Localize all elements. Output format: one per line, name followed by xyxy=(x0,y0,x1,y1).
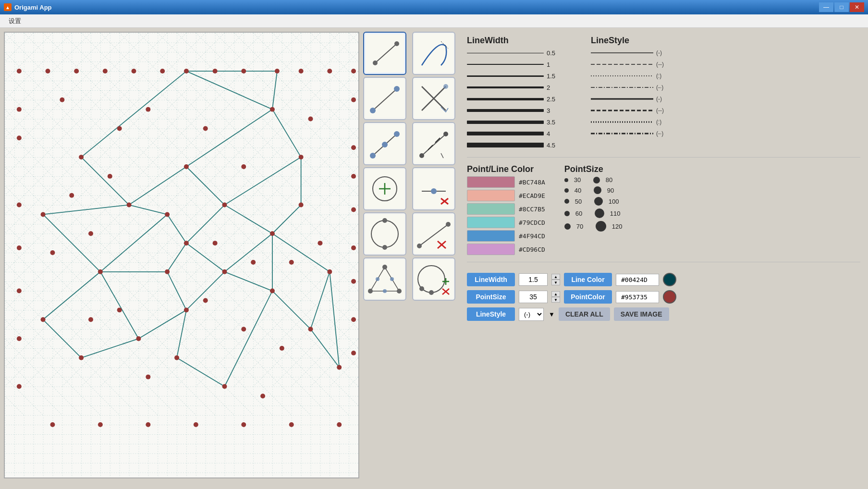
linestyle-title: LineStyle xyxy=(591,36,664,46)
canvas-area[interactable] xyxy=(4,32,359,478)
linewidth-title: LineWidth xyxy=(467,36,562,46)
color-row-2: #8CC7B5 xyxy=(467,203,545,215)
clear-all-button[interactable]: CLEAR ALL xyxy=(559,307,610,321)
menu-settings[interactable]: 设置 xyxy=(4,15,26,27)
ctrl-row-2: PointSize ▲ ▼ PointColor #953735 xyxy=(467,290,860,304)
minimize-button[interactable]: — xyxy=(819,2,833,12)
svg-point-120 xyxy=(79,155,84,159)
svg-point-228 xyxy=(431,188,437,194)
lw-row-4: 4 xyxy=(467,128,562,139)
pointsize-down[interactable]: ▼ xyxy=(551,297,560,303)
svg-point-184 xyxy=(308,117,313,122)
lw-label-1: 1 xyxy=(547,61,562,68)
color-swatch-3[interactable] xyxy=(467,217,515,228)
svg-point-210 xyxy=(443,84,448,89)
svg-point-182 xyxy=(203,126,208,131)
tool-button-4[interactable] xyxy=(412,77,455,120)
svg-point-206 xyxy=(394,86,400,92)
lw-label-0.5: 0.5 xyxy=(547,49,562,57)
ls-label-dashed2: (--) xyxy=(656,107,664,114)
tool-button-1[interactable] xyxy=(363,32,406,75)
tool-button-12[interactable] xyxy=(412,257,455,301)
svg-point-215 xyxy=(394,131,400,137)
svg-point-119 xyxy=(270,107,275,112)
tool-button-9[interactable] xyxy=(363,212,406,256)
svg-point-117 xyxy=(184,69,189,73)
ps-label-80: 80 xyxy=(606,176,619,183)
svg-point-127 xyxy=(299,203,304,208)
tool-button-7[interactable] xyxy=(363,167,406,210)
svg-point-167 xyxy=(17,336,22,341)
linewidth-section: LineWidth 0.5 1 1.5 xyxy=(467,36,562,150)
ps-dot-30 xyxy=(564,178,568,182)
lw-line-4.5 xyxy=(467,143,544,147)
pointsize-button[interactable]: PointSize xyxy=(467,290,515,304)
svg-point-177 xyxy=(117,126,122,131)
ls-label-solid2: (-) xyxy=(656,96,662,102)
tool-button-3[interactable] xyxy=(363,77,406,120)
lw-row-3.5: 3.5 xyxy=(467,117,562,127)
pointsize-up[interactable]: ▲ xyxy=(551,291,560,297)
maximize-button[interactable]: □ xyxy=(834,2,849,12)
tool-button-8[interactable] xyxy=(412,167,455,210)
svg-point-154 xyxy=(351,98,356,102)
ps-row-2: 50 100 xyxy=(564,197,625,206)
svg-point-200 xyxy=(394,41,399,46)
tool-button-6[interactable] xyxy=(412,122,455,165)
ps-dot-80 xyxy=(593,177,600,183)
svg-point-130 xyxy=(222,269,227,274)
svg-point-195 xyxy=(146,375,150,379)
svg-point-162 xyxy=(17,107,22,112)
svg-point-185 xyxy=(88,231,93,236)
lw-label-4: 4 xyxy=(547,130,562,137)
color-swatch-1[interactable] xyxy=(467,190,515,201)
ps-label-30: 30 xyxy=(574,176,587,183)
svg-point-248 xyxy=(383,289,387,293)
point-color-circle[interactable] xyxy=(663,290,676,304)
linewidth-down[interactable]: ▼ xyxy=(551,280,560,285)
ps-row-1: 40 90 xyxy=(564,186,625,194)
color-hex-2: #8CC7B5 xyxy=(519,206,545,213)
tool-button-2[interactable] xyxy=(412,32,455,75)
lw-row-3: 3 xyxy=(467,105,562,116)
color-swatch-5[interactable] xyxy=(467,244,515,255)
ps-row-4: 70 120 xyxy=(564,221,625,232)
svg-point-144 xyxy=(46,69,50,73)
svg-point-191 xyxy=(241,327,246,331)
line-color-circle[interactable] xyxy=(663,273,676,286)
lw-line-3 xyxy=(467,109,544,112)
svg-point-237 xyxy=(417,244,422,248)
linestyle-button[interactable]: LineStyle xyxy=(467,307,515,321)
svg-point-169 xyxy=(50,422,55,427)
pointsize-input[interactable] xyxy=(519,291,548,303)
svg-point-221 xyxy=(443,132,448,136)
color-hex-5: #CD96CD xyxy=(519,246,545,253)
color-swatch-2[interactable] xyxy=(467,203,515,215)
point-color-button[interactable]: PointColor xyxy=(564,290,612,304)
svg-point-148 xyxy=(160,69,165,73)
svg-point-186 xyxy=(213,241,218,245)
svg-point-156 xyxy=(351,174,356,179)
svg-point-139 xyxy=(337,365,342,370)
svg-point-131 xyxy=(270,231,275,236)
tool-button-11[interactable] xyxy=(363,257,406,301)
line-color-button[interactable]: Line Color xyxy=(564,273,612,286)
color-swatch-4[interactable] xyxy=(467,230,515,242)
color-swatch-0[interactable] xyxy=(467,176,515,188)
linestyle-select[interactable]: (-) (--) (:) (-.) xyxy=(519,308,544,321)
tool-button-10[interactable] xyxy=(412,212,455,256)
close-button[interactable]: ✕ xyxy=(850,2,864,12)
pointsize-title: PointSize xyxy=(564,164,625,174)
lw-label-2.5: 2.5 xyxy=(547,96,562,103)
tool-panel xyxy=(363,32,459,485)
save-image-button[interactable]: SAVE IMAGE xyxy=(614,307,669,321)
linewidth-input[interactable] xyxy=(519,273,548,286)
lw-row-1: 1 xyxy=(467,59,562,70)
lw-row-0.5: 0.5 xyxy=(467,48,562,58)
linewidth-up[interactable]: ▲ xyxy=(551,274,560,280)
ps-label-120: 120 xyxy=(612,223,625,230)
svg-point-234 xyxy=(382,245,387,250)
tool-button-5[interactable] xyxy=(363,122,406,165)
window-controls: — □ ✕ xyxy=(819,2,864,12)
linewidth-button[interactable]: LineWidth xyxy=(467,273,515,286)
